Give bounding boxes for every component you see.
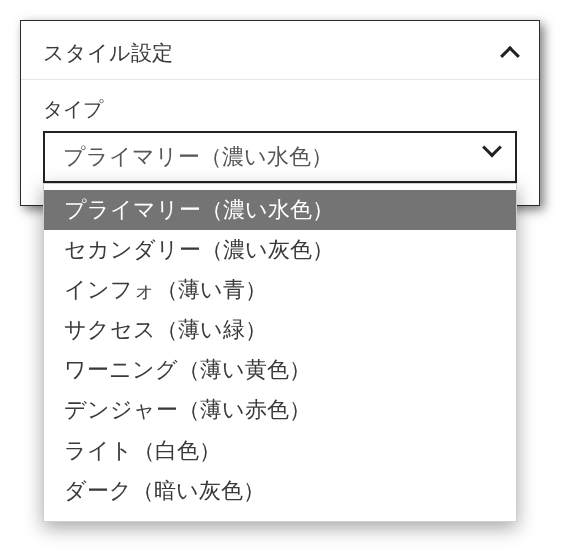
panel-body: タイプ プライマリー（濃い水色） プライマリー（濃い水色）セカンダリー（濃い灰色…: [21, 80, 539, 205]
dropdown-option[interactable]: ダーク（暗い灰色）: [44, 471, 516, 511]
dropdown-option[interactable]: サクセス（薄い緑）: [44, 310, 516, 350]
dropdown-option[interactable]: ライト（白色）: [44, 431, 516, 471]
type-select[interactable]: プライマリー（濃い水色）: [43, 131, 517, 183]
type-field-label: タイプ: [43, 96, 517, 123]
panel-header[interactable]: スタイル設定: [21, 21, 539, 80]
style-settings-panel: スタイル設定 タイプ プライマリー（濃い水色） プライマリー（濃い水色）セカンダ…: [20, 20, 540, 206]
type-select-value: プライマリー（濃い水色）: [63, 142, 333, 172]
dropdown-option[interactable]: プライマリー（濃い水色）: [44, 190, 516, 230]
chevron-up-icon: [500, 46, 520, 66]
dropdown-option[interactable]: デンジャー（薄い赤色）: [44, 390, 516, 430]
type-dropdown: プライマリー（濃い水色）セカンダリー（濃い灰色）インフォ（薄い青）サクセス（薄い…: [43, 183, 517, 522]
dropdown-option[interactable]: ワーニング（薄い黄色）: [44, 350, 516, 390]
chevron-down-icon: [485, 139, 499, 165]
type-select-wrap: プライマリー（濃い水色） プライマリー（濃い水色）セカンダリー（濃い灰色）インフ…: [43, 131, 517, 183]
dropdown-option[interactable]: セカンダリー（濃い灰色）: [44, 230, 516, 270]
panel-title: スタイル設定: [43, 39, 173, 67]
dropdown-option[interactable]: インフォ（薄い青）: [44, 270, 516, 310]
